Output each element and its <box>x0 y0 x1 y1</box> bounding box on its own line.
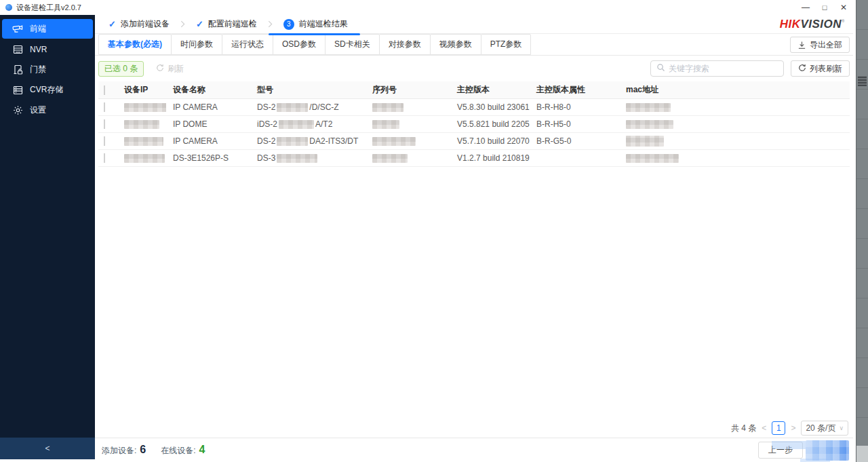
row-checkbox[interactable] <box>104 153 105 163</box>
chevron-right-icon <box>180 20 185 28</box>
tab-2[interactable]: 运行状态 <box>222 34 273 55</box>
next-page-icon[interactable]: > <box>791 423 795 433</box>
censored-value <box>372 137 416 146</box>
camera-icon <box>12 24 24 35</box>
cell-serial <box>366 102 450 112</box>
cell-device-name: IP CAMERA <box>166 102 250 112</box>
tab-4[interactable]: SD卡相关 <box>325 34 380 55</box>
sidebar-item-settings[interactable]: 设置 <box>2 100 93 120</box>
column-header: mac地址 <box>619 84 850 96</box>
cell-mac <box>619 119 850 129</box>
stepper: ✓ 添加前端设备 ✓ 配置前端巡检 3 前端巡检结果 <box>108 18 348 30</box>
chevron-right-icon <box>268 20 273 28</box>
refresh-button-disabled[interactable]: 刷新 <box>156 63 184 75</box>
cell-serial <box>366 153 450 163</box>
censored-value <box>277 154 317 163</box>
cell-device-ip <box>117 102 166 112</box>
tab-5[interactable]: 对接参数 <box>379 34 431 55</box>
tab-0[interactable]: 基本参数(必选) <box>98 34 172 55</box>
row-checkbox[interactable] <box>104 136 105 146</box>
cell-device-name: DS-3E1526P-S <box>166 153 250 163</box>
row-checkbox[interactable] <box>104 119 105 129</box>
tab-bar: 基本参数(必选) 时间参数 运行状态 OSD参数 SD卡相关 对接参数 视频参数… <box>95 34 853 56</box>
sidebar-item-nvr[interactable]: NVR <box>2 39 93 59</box>
cell-model: iDS-2A/T2 <box>250 119 366 129</box>
censored-value <box>124 137 163 146</box>
tabs: 基本参数(必选) 时间参数 运行状态 OSD参数 SD卡相关 对接参数 视频参数… <box>98 34 530 55</box>
cell-mac <box>619 136 850 147</box>
sidebar-item-front-end[interactable]: 前端 <box>2 19 93 39</box>
sidebar-collapse-button[interactable]: < <box>0 438 95 459</box>
background-window-rows <box>856 0 868 462</box>
gear-icon <box>12 105 24 116</box>
brand-vision: VISION <box>800 18 842 31</box>
bottom-bar: 添加设备: 6 在线设备: 4 上一步 <box>95 438 853 462</box>
empty-space <box>98 167 850 419</box>
export-all-button[interactable]: 导出全部 <box>790 37 850 53</box>
cell-version: V5.5.821 build 220520 <box>450 119 530 129</box>
table-row[interactable]: IP CAMERA DS-2/D/SC-Z V5.8.30 build 2306… <box>98 99 850 116</box>
page-size-value: 20 条/页 <box>806 423 835 434</box>
hikvision-logo: HIKVISION® <box>780 18 845 31</box>
cell-device-name: IP CAMERA <box>166 136 250 146</box>
cell-version: V5.7.10 build 220707 <box>450 136 530 146</box>
tab-1[interactable]: 时间参数 <box>171 34 222 55</box>
stepper-step: ✓ 添加前端设备 <box>108 18 170 30</box>
search-input[interactable] <box>669 64 778 73</box>
app-window: 设备巡检工具v2.0.7 — □ ✕ 前端 NVR 门禁 CVR存储 设置 <box>0 0 853 462</box>
minimize-icon[interactable]: — <box>796 0 815 15</box>
app-body: 前端 NVR 门禁 CVR存储 设置 < ✓ 添加前端设备 ✓ 配 <box>0 15 853 462</box>
cell-device-name: IP DOME <box>166 119 250 129</box>
censored-value <box>372 154 408 163</box>
censored-value <box>277 137 308 146</box>
cell-device-ip <box>117 119 166 129</box>
export-all-label: 导出全部 <box>810 39 842 51</box>
censored-action-button[interactable] <box>806 440 849 461</box>
censored-value <box>626 103 671 112</box>
page-size-select[interactable]: 20 条/页 ∨ <box>801 421 848 436</box>
download-icon <box>797 41 806 50</box>
app-logo-icon <box>5 4 12 11</box>
censored-value <box>124 154 165 163</box>
close-icon[interactable]: ✕ <box>834 0 853 15</box>
column-header: 型号 <box>250 84 366 96</box>
tab-6[interactable]: 视频参数 <box>430 34 481 55</box>
sidebar: 前端 NVR 门禁 CVR存储 设置 < <box>0 15 95 462</box>
stepper-step: ✓ 配置前端巡检 <box>196 18 257 30</box>
row-checkbox[interactable] <box>104 102 105 112</box>
background-window-text <box>858 76 867 86</box>
added-devices-value: 6 <box>140 444 146 456</box>
cell-model: DS-3 <box>250 153 366 163</box>
censored-value <box>277 103 308 112</box>
header-checkbox[interactable] <box>104 85 105 95</box>
content: 已选 0 条 刷新 列表刷新 <box>95 56 853 438</box>
background-window-edge <box>856 0 868 462</box>
cell-device-ip <box>117 136 166 146</box>
refresh-icon <box>156 64 164 74</box>
brand-trademark: ® <box>842 19 845 23</box>
added-devices-label: 添加设备: <box>102 445 136 457</box>
list-refresh-icon <box>798 64 806 74</box>
search-box <box>650 60 784 77</box>
prev-page-icon[interactable]: < <box>762 423 766 433</box>
sidebar-item-cvr-storage[interactable]: CVR存储 <box>2 80 93 100</box>
cell-version-attr: B-R-H5-0 <box>530 119 619 129</box>
tab-7[interactable]: PTZ参数 <box>481 34 532 55</box>
column-header: 主控版本 <box>450 84 530 96</box>
maximize-icon[interactable]: □ <box>815 0 834 15</box>
table-row[interactable]: DS-3E1526P-S DS-3 V1.2.7 build 210819 <box>98 150 850 167</box>
cell-version: V1.2.7 build 210819 <box>450 153 530 163</box>
main-area: ✓ 添加前端设备 ✓ 配置前端巡检 3 前端巡检结果 HIKVISION® 基本… <box>95 15 853 462</box>
current-page[interactable]: 1 <box>772 421 785 435</box>
table-row[interactable]: IP DOME iDS-2A/T2 V5.5.821 build 220520 … <box>98 116 850 133</box>
list-refresh-button[interactable]: 列表刷新 <box>791 60 850 77</box>
censored-value <box>279 120 314 129</box>
refresh-label: 刷新 <box>167 63 184 75</box>
censored-value <box>626 154 679 163</box>
cell-model: DS-2DA2-ITS3/DT <box>250 136 366 146</box>
sidebar-item-door-access[interactable]: 门禁 <box>2 60 93 79</box>
tab-3[interactable]: OSD参数 <box>273 34 326 55</box>
cell-version-attr: B-R-G5-0 <box>530 136 619 146</box>
sidebar-nav: 前端 NVR 门禁 CVR存储 设置 <box>0 15 95 438</box>
table-row[interactable]: IP CAMERA DS-2DA2-ITS3/DT V5.7.10 build … <box>98 133 850 150</box>
